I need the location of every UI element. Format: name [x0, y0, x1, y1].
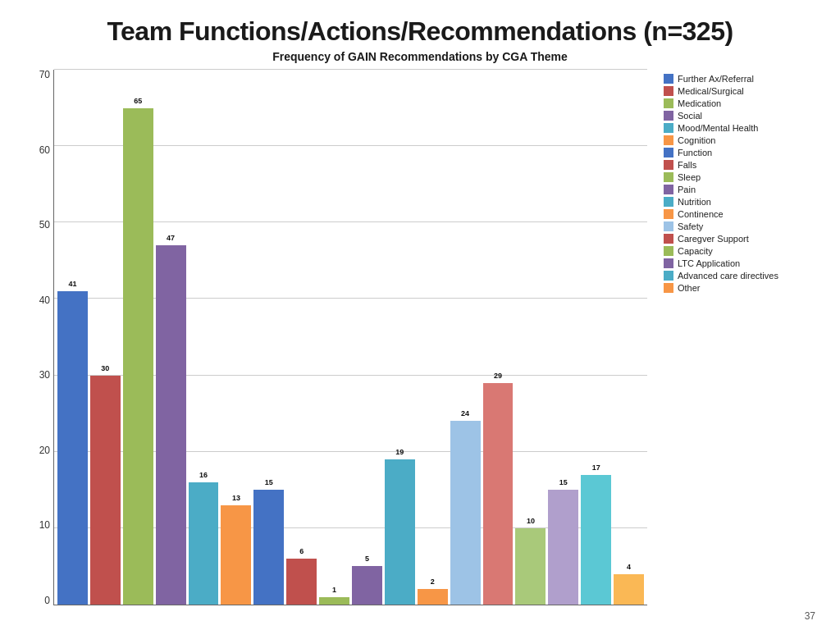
y-tick-label: 0: [25, 596, 53, 605]
bar-value-label: 13: [232, 494, 240, 502]
bar: 30: [90, 376, 121, 605]
bar-value-label: 30: [101, 364, 109, 372]
legend-label: Sleep: [678, 172, 701, 182]
bar-wrapper: 16: [189, 70, 219, 605]
legend-color-box: [664, 160, 673, 170]
bar-value-label: 17: [592, 463, 600, 472]
chart-inner: 706050403020100 413065471613156151922429…: [25, 70, 647, 622]
y-tick-label: 70: [25, 70, 53, 80]
bar-wrapper: 24: [450, 70, 481, 605]
legend-item: Mood/Mental Health: [664, 123, 815, 133]
legend-color-box: [664, 123, 673, 133]
legend-item: Further Ax/Referral: [664, 74, 815, 84]
bar-value-label: 6: [299, 547, 304, 555]
bar-wrapper: 19: [385, 70, 415, 605]
legend-label: Other: [678, 283, 701, 293]
bar: 65: [123, 108, 153, 605]
bar-wrapper: 13: [221, 70, 251, 605]
legend-item: Social: [664, 111, 815, 121]
page: Team Functions/Actions/Recommendations (…: [0, 0, 840, 630]
bar-wrapper: 10: [515, 70, 546, 605]
legend-item: LTC Application: [664, 258, 815, 268]
legend-label: Pain: [678, 185, 696, 194]
bar-value-label: 1: [332, 586, 336, 594]
bar-value-label: 10: [527, 517, 535, 525]
legend-label: Caregver Support: [678, 234, 749, 244]
legend-item: Medication: [664, 98, 815, 108]
legend-label: Advanced care directives: [678, 271, 778, 281]
legend-color-box: [664, 246, 673, 256]
legend-color-box: [664, 258, 673, 268]
bar: 47: [156, 245, 186, 605]
bar-wrapper: 15: [253, 70, 284, 605]
bar: 17: [581, 475, 611, 605]
legend-label: Cognition: [678, 135, 715, 145]
bar-wrapper: 17: [581, 70, 611, 605]
chart-container: 706050403020100 413065471613156151922429…: [25, 70, 647, 622]
bar-value-label: 16: [199, 471, 208, 479]
legend-label: Medical/Surgical: [678, 86, 744, 96]
bar: 19: [385, 459, 415, 605]
legend-color-box: [664, 234, 673, 244]
legend-label: Mood/Mental Health: [678, 123, 758, 133]
bars-area: 4130654716131561519224291015174: [53, 70, 647, 605]
legend-color-box: [664, 221, 673, 231]
legend-item: Cognition: [664, 135, 815, 145]
y-tick-label: 20: [25, 445, 53, 455]
legend-label: Medication: [678, 98, 721, 108]
bar-wrapper: 2: [418, 70, 448, 605]
legend-label: Function: [678, 148, 712, 158]
legend-color-box: [664, 98, 673, 108]
bar: 13: [221, 505, 251, 605]
legend-item: Pain: [664, 185, 815, 194]
legend-color-box: [664, 86, 673, 96]
bar: 16: [189, 482, 219, 605]
legend-color-box: [664, 172, 673, 182]
legend-label: Nutrition: [678, 197, 711, 207]
legend-item: Continence: [664, 209, 815, 219]
y-tick-label: 60: [25, 145, 53, 155]
y-tick-label: 30: [25, 370, 53, 380]
legend-label: Social: [678, 111, 702, 121]
legend-label: Continence: [678, 209, 724, 219]
bar-wrapper: 30: [90, 70, 121, 605]
bar: 5: [352, 566, 382, 605]
legend-color-box: [664, 111, 673, 121]
bar-wrapper: 65: [123, 70, 153, 605]
legend-label: Capacity: [678, 246, 713, 256]
legend-color-box: [664, 148, 673, 158]
bar-value-label: 41: [68, 280, 76, 288]
chart-subtitle: Frequency of GAIN Recommendations by CGA…: [25, 50, 815, 63]
bar-value-label: 15: [265, 478, 273, 486]
y-axis: 706050403020100: [25, 70, 53, 622]
legend-item: Falls: [664, 160, 815, 170]
y-tick-label: 40: [25, 295, 53, 305]
bar-value-label: 65: [134, 97, 142, 105]
bar-value-label: 4: [627, 563, 631, 571]
bar: 15: [548, 490, 578, 605]
legend-label: LTC Application: [678, 258, 740, 268]
bar-value-label: 47: [167, 234, 175, 242]
bar: 2: [418, 589, 448, 605]
bar-wrapper: 5: [352, 70, 382, 605]
bar-wrapper: 15: [548, 70, 578, 605]
bar: 15: [253, 490, 284, 605]
legend-item: Caregver Support: [664, 234, 815, 244]
legend-label: Falls: [678, 160, 696, 170]
legend-item: Safety: [664, 221, 815, 231]
legend-item: Nutrition: [664, 197, 815, 207]
legend: Further Ax/ReferralMedical/SurgicalMedic…: [655, 70, 815, 622]
legend-label: Safety: [678, 221, 703, 231]
legend-label: Further Ax/Referral: [678, 74, 754, 84]
bar-value-label: 2: [431, 578, 435, 586]
bar: 6: [286, 559, 317, 605]
legend-item: Medical/Surgical: [664, 86, 815, 96]
legend-color-box: [664, 74, 673, 84]
legend-color-box: [664, 283, 673, 293]
legend-item: Advanced care directives: [664, 271, 815, 281]
bar: 41: [57, 291, 88, 605]
chart-area: 706050403020100 413065471613156151922429…: [25, 70, 815, 622]
bar-wrapper: 47: [156, 70, 186, 605]
bar-wrapper: 41: [57, 70, 88, 605]
bar-value-label: 19: [395, 448, 404, 456]
